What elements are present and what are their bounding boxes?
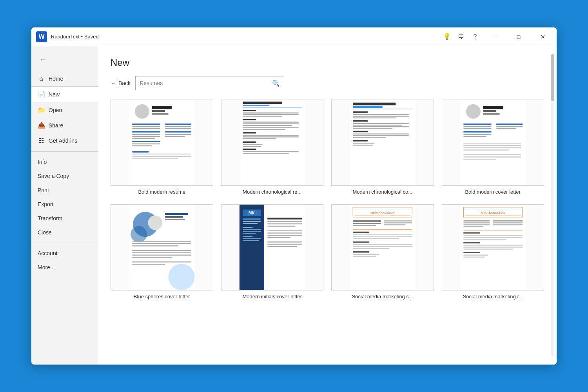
svg-rect-34	[243, 119, 256, 120]
sidebar-label-more: More...	[38, 264, 55, 270]
svg-rect-171	[463, 237, 523, 238]
svg-rect-133	[350, 205, 416, 290]
scrollbar-track[interactable]	[551, 54, 554, 357]
back-link[interactable]: ← Back	[111, 80, 131, 86]
svg-rect-169	[463, 232, 480, 233]
svg-rect-10	[132, 136, 160, 137]
sidebar-item-get-addins[interactable]: ☷ Get Add-ins	[31, 133, 98, 148]
template-card-2[interactable]: Modern chronological re...	[221, 100, 324, 195]
svg-rect-60	[353, 125, 402, 126]
svg-rect-81	[496, 123, 523, 125]
svg-rect-9	[132, 134, 160, 135]
svg-rect-20	[165, 136, 185, 137]
svg-rect-149	[353, 241, 369, 243]
svg-rect-103	[132, 252, 191, 254]
svg-rect-62	[353, 128, 392, 129]
app-title: RandomText • Saved	[51, 34, 99, 40]
svg-rect-175	[463, 247, 523, 248]
svg-rect-136	[354, 216, 410, 216]
template-card-3[interactable]: Modern chronological co...	[331, 100, 434, 195]
svg-rect-87	[463, 150, 509, 151]
svg-rect-123	[267, 221, 302, 222]
svg-rect-85	[463, 145, 521, 146]
sidebar-item-account[interactable]: Account	[31, 246, 98, 260]
svg-rect-64	[353, 134, 409, 135]
template-card-1[interactable]: Bold modern resume	[111, 100, 213, 195]
svg-rect-52	[353, 106, 382, 108]
svg-rect-117	[243, 231, 261, 232]
sidebar-label-share: Share	[49, 122, 63, 129]
close-button[interactable]: ✕	[534, 31, 552, 43]
template-label-2: Modern chronological re...	[221, 189, 324, 195]
svg-rect-121	[243, 240, 259, 241]
svg-rect-131	[267, 244, 302, 245]
search-input[interactable]	[140, 80, 272, 86]
svg-rect-100	[132, 243, 191, 244]
svg-rect-75	[463, 123, 491, 125]
sidebar-item-more[interactable]: More...	[31, 260, 98, 274]
lightbulb-icon[interactable]: 💡	[443, 33, 451, 41]
template-label-5: Blue spheres cover letter	[111, 294, 213, 299]
help-icon[interactable]: ?	[471, 33, 479, 41]
svg-rect-31	[243, 113, 299, 114]
svg-text:— MIRA KARLSSON —: — MIRA KARLSSON —	[367, 211, 398, 214]
svg-rect-47	[243, 149, 256, 150]
home-icon: ⌂	[38, 75, 45, 82]
svg-rect-18	[165, 131, 191, 132]
template-card-4[interactable]: Bold modern cover letter	[442, 100, 544, 195]
share-icon: 📤	[38, 122, 45, 129]
svg-rect-42	[243, 136, 299, 138]
template-label-7: Social media marketing c...	[331, 294, 434, 299]
sidebar-back-button[interactable]: ←	[36, 53, 50, 67]
feedback-icon[interactable]: 🗨	[457, 33, 465, 41]
sidebar-item-share[interactable]: 📤 Share	[31, 118, 98, 133]
svg-rect-166	[493, 222, 522, 223]
svg-rect-73	[483, 110, 496, 112]
sidebar-item-print[interactable]: Print	[31, 183, 98, 197]
svg-rect-13	[132, 143, 160, 145]
svg-rect-48	[243, 151, 299, 152]
scrollbar-thumb[interactable]	[551, 54, 554, 101]
sidebar-item-home[interactable]: ⌂ Home	[31, 71, 98, 86]
sidebar-item-export[interactable]: Export	[31, 197, 98, 211]
sidebar-label-close: Close	[38, 229, 52, 236]
sidebar-label-new: New	[49, 91, 60, 98]
svg-rect-161	[463, 220, 490, 221]
sidebar-item-info[interactable]: Info	[31, 155, 98, 169]
svg-rect-38	[243, 127, 299, 129]
svg-rect-178	[463, 254, 488, 256]
svg-rect-58	[353, 120, 368, 122]
minimize-button[interactable]: −	[485, 31, 503, 43]
template-card-8[interactable]: — MIRA KARLSSON —	[442, 204, 544, 299]
search-icon[interactable]: 🔍	[272, 80, 280, 87]
template-card-5[interactable]: Blue spheres cover letter	[111, 204, 213, 299]
maximize-button[interactable]: □	[510, 31, 528, 43]
svg-rect-90	[463, 159, 496, 160]
sidebar-label-open: Open	[49, 107, 62, 113]
svg-rect-56	[353, 116, 409, 117]
svg-rect-69	[353, 145, 372, 146]
sidebar-item-transform[interactable]: Transform	[31, 211, 98, 225]
svg-rect-120	[243, 238, 261, 240]
svg-rect-142	[384, 222, 412, 223]
svg-rect-170	[463, 235, 523, 236]
svg-rect-6	[132, 126, 160, 127]
svg-rect-82	[496, 126, 523, 127]
svg-point-71	[466, 104, 480, 119]
svg-rect-46	[243, 146, 261, 147]
svg-rect-153	[353, 251, 369, 252]
sidebar-item-save-copy[interactable]: Save a Copy	[31, 169, 98, 183]
svg-rect-55	[353, 114, 409, 115]
svg-rect-74	[483, 113, 499, 115]
sidebar-item-new[interactable]: 📄 New	[31, 86, 98, 102]
template-thumb-5	[111, 204, 213, 290]
svg-rect-49	[243, 153, 289, 154]
sidebar-item-open[interactable]: 📁 Open	[31, 102, 98, 118]
svg-rect-138	[353, 220, 381, 221]
back-label: Back	[118, 80, 131, 86]
sidebar-item-close[interactable]: Close	[31, 225, 98, 240]
template-card-6[interactable]: MK	[221, 204, 324, 299]
template-card-7[interactable]: — MIRA KARLSSON —	[331, 204, 434, 299]
svg-rect-107	[132, 264, 165, 265]
svg-rect-2	[152, 106, 172, 109]
